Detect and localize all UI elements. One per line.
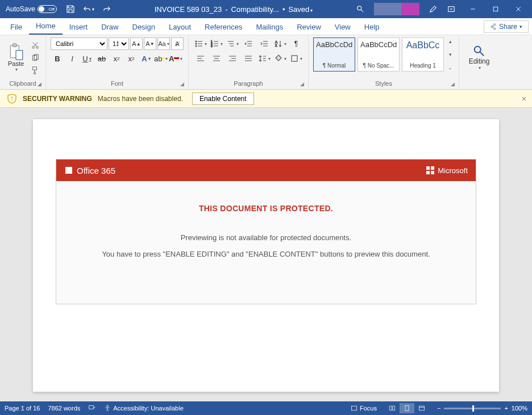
zoom-out-button[interactable]: −: [437, 405, 440, 412]
chevron-up-icon[interactable]: ▴: [446, 39, 454, 44]
read-mode-icon[interactable]: [385, 403, 400, 413]
font-color-icon[interactable]: A: [169, 52, 182, 65]
bold-button[interactable]: B: [51, 52, 64, 65]
show-marks-icon[interactable]: ¶: [289, 37, 304, 50]
lure-header: Office 365 Microsoft: [56, 160, 476, 181]
svg-rect-4: [13, 44, 16, 47]
dialog-launcher-icon[interactable]: ◢: [180, 81, 187, 88]
text-effects-icon[interactable]: A: [139, 52, 153, 65]
align-center-icon[interactable]: [209, 52, 224, 65]
minimize-button[interactable]: [462, 1, 484, 17]
tab-review[interactable]: Review: [290, 19, 328, 35]
svg-rect-31: [419, 406, 424, 410]
styles-gallery-expand[interactable]: ▴ ▾ ⌄: [446, 37, 454, 72]
subscript-button[interactable]: x2: [110, 52, 123, 65]
style-heading1[interactable]: AaBbCc Heading 1: [402, 37, 444, 72]
strikethrough-button[interactable]: ab: [95, 52, 109, 65]
editing-button[interactable]: Editing: [464, 37, 494, 77]
autosave-toggle[interactable]: AutoSave Off: [2, 5, 60, 13]
save-status[interactable]: Saved: [288, 5, 313, 14]
ribbon-display-icon[interactable]: [443, 1, 459, 17]
tab-insert[interactable]: Insert: [63, 19, 95, 35]
share-button[interactable]: Share ▾: [484, 20, 529, 33]
line-spacing-icon[interactable]: [257, 52, 272, 65]
tab-layout[interactable]: Layout: [162, 19, 198, 35]
undo-icon[interactable]: [81, 1, 97, 17]
svg-rect-1: [448, 7, 455, 12]
italic-button[interactable]: I: [65, 52, 79, 65]
clear-formatting-icon[interactable]: A̷: [171, 37, 184, 50]
numbering-icon[interactable]: 123: [209, 37, 224, 50]
tab-design[interactable]: Design: [126, 19, 162, 35]
superscript-button[interactable]: x2: [124, 52, 138, 65]
font-name-select[interactable]: Calibri: [51, 37, 107, 50]
multilevel-list-icon[interactable]: [225, 37, 240, 50]
dialog-launcher-icon[interactable]: ◢: [300, 81, 307, 88]
close-icon[interactable]: ×: [522, 94, 526, 103]
expand-icon[interactable]: ⌄: [446, 65, 454, 70]
spellcheck-icon[interactable]: [88, 405, 96, 412]
dialog-launcher-icon[interactable]: ◢: [451, 81, 458, 88]
word-count[interactable]: 7862 words: [48, 405, 80, 412]
justify-icon[interactable]: [241, 52, 256, 65]
font-size-select[interactable]: 11: [109, 37, 129, 50]
pen-icon[interactable]: [425, 1, 441, 17]
shrink-font-icon[interactable]: A▼: [144, 37, 156, 50]
toggle-switch[interactable]: Off: [38, 5, 57, 13]
sort-icon[interactable]: AZ: [273, 37, 288, 50]
maximize-button[interactable]: [484, 1, 507, 17]
grow-font-icon[interactable]: A▲: [130, 37, 143, 50]
search-icon[interactable]: [352, 1, 368, 17]
tab-mailings[interactable]: Mailings: [250, 19, 290, 35]
tab-help[interactable]: Help: [358, 19, 386, 35]
change-case-icon[interactable]: Aa: [157, 37, 170, 50]
lure-line2: You have to press "ENABLE EDITING" and "…: [68, 250, 464, 258]
svg-rect-29: [352, 406, 357, 410]
zoom-level[interactable]: 100%: [512, 405, 527, 412]
security-warning-title: SECURITY WARNING: [23, 95, 92, 103]
page-count[interactable]: Page 1 of 16: [5, 405, 40, 412]
tab-home[interactable]: Home: [29, 18, 63, 35]
zoom-slider[interactable]: [444, 408, 501, 409]
svg-rect-23: [426, 166, 430, 170]
enable-content-button[interactable]: Enable Content: [192, 93, 254, 105]
align-right-icon[interactable]: [225, 52, 240, 65]
bullets-icon[interactable]: [193, 37, 208, 50]
dialog-launcher-icon[interactable]: ◢: [38, 81, 44, 88]
cut-icon[interactable]: [30, 40, 41, 51]
focus-mode-button[interactable]: Focus: [351, 405, 377, 412]
accessibility-status[interactable]: Accessibility: Unavailable: [104, 405, 184, 412]
compat-mode: Compatibility...: [231, 5, 279, 14]
redo-icon[interactable]: [99, 1, 115, 17]
web-layout-icon[interactable]: [414, 403, 429, 413]
chevron-down-icon[interactable]: ▾: [446, 52, 454, 57]
tab-references[interactable]: References: [198, 19, 249, 35]
tab-draw[interactable]: Draw: [94, 19, 125, 35]
increase-indent-icon[interactable]: [257, 37, 272, 50]
format-painter-icon[interactable]: [30, 65, 41, 76]
tab-view[interactable]: View: [328, 19, 358, 35]
decrease-indent-icon[interactable]: [241, 37, 256, 50]
copy-icon[interactable]: [30, 52, 41, 64]
group-font: Calibri 11 A▲ A▼ Aa A̷ B I U ab x2 x2 A …: [46, 35, 189, 89]
shading-icon[interactable]: [273, 52, 288, 65]
borders-icon[interactable]: [289, 52, 304, 65]
style-no-spacing[interactable]: AaBbCcDd ¶ No Spac...: [358, 37, 400, 72]
paste-button[interactable]: Paste: [5, 37, 27, 77]
style-normal[interactable]: AaBbCcDd ¶ Normal: [313, 37, 355, 72]
document-area[interactable]: Office 365 Microsoft THIS DOCUMENT IS PR…: [0, 108, 532, 401]
svg-rect-27: [89, 406, 94, 409]
group-label: Clipboard: [5, 80, 41, 88]
svg-point-12: [196, 43, 197, 44]
doc-title: INVOICE 589 03_23: [155, 5, 222, 14]
print-layout-icon[interactable]: [400, 403, 414, 413]
save-icon[interactable]: [63, 1, 78, 17]
group-styles: AaBbCcDd ¶ Normal AaBbCcDd ¶ No Spac... …: [309, 35, 459, 89]
tab-file[interactable]: File: [3, 19, 29, 35]
align-left-icon[interactable]: [193, 52, 208, 65]
close-button[interactable]: [507, 1, 530, 17]
underline-button[interactable]: U: [80, 52, 94, 65]
zoom-in-button[interactable]: +: [504, 405, 508, 412]
user-account[interactable]: [374, 3, 419, 15]
highlight-icon[interactable]: ab: [154, 52, 168, 65]
